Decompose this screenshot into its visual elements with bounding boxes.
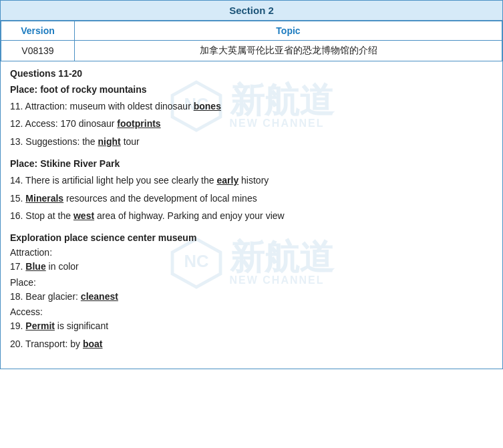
table-row: V08139 加拿大英属哥伦比亚省的恐龙博物馆的介绍	[1, 41, 502, 61]
col-version-header: Version	[1, 21, 75, 41]
item-19-highlight: Permit	[25, 320, 55, 331]
item-20: 20. Transport: by boat	[10, 337, 493, 351]
place-3-header: Exploration place science center museum	[10, 232, 493, 243]
place-block-3: Exploration place science center museum …	[10, 232, 493, 351]
item-13: 13. Suggestions: the night tour	[10, 134, 493, 149]
info-table: Version Topic V08139 加拿大英属哥伦比亚省的恐龙博物馆的介绍	[1, 21, 502, 61]
content-area: Questions 11-20 Place: foot of rocky mou…	[1, 61, 502, 369]
questions-header: Questions 11-20	[10, 68, 493, 79]
item-15-highlight: Minerals	[25, 193, 63, 204]
item-16: 16. Stop at the west area of highway. Pa…	[10, 208, 493, 223]
item-19: 19. Permit is significant	[10, 318, 493, 333]
place-block-1: Place: foot of rocky mountains 11. Attra…	[10, 84, 493, 149]
version-cell: V08139	[1, 41, 75, 61]
col-topic-header: Topic	[75, 21, 502, 41]
item-17: 17. Blue in color	[10, 259, 493, 274]
place-1-header: Place: foot of rocky mountains	[10, 84, 493, 95]
sub-place-label: Place:	[10, 277, 493, 288]
place-block-2: Place: Stikine River Park 14. There is a…	[10, 158, 493, 223]
item-14-highlight: early	[216, 175, 238, 186]
item-16-highlight: west	[73, 210, 94, 221]
topic-cell: 加拿大英属哥伦比亚省的恐龙博物馆的介绍	[75, 41, 502, 61]
section-title: Section 2	[229, 5, 274, 16]
item-20-highlight: boat	[83, 339, 103, 349]
sub-access-label: Access:	[10, 306, 493, 317]
section-header: Section 2	[1, 1, 502, 21]
item-14: 14. There is artificial light help you s…	[10, 173, 493, 188]
item-12-highlight: footprints	[117, 118, 160, 129]
item-11-highlight: bones	[194, 101, 221, 111]
item-15: 15. Minerals resources and the developme…	[10, 191, 493, 206]
sub-attraction-label: Attraction:	[10, 247, 493, 258]
item-11: 11. Attraction: museum with oldest dinos…	[10, 99, 493, 114]
item-13-highlight: night	[98, 136, 121, 147]
place-2-header: Place: Stikine River Park	[10, 158, 493, 169]
item-18-highlight: cleanest	[81, 291, 118, 302]
main-container: NC 新航道 NEW CHANNEL NC 新航道 NEW CHANNEL Se…	[0, 0, 503, 369]
item-12: 12. Access: 170 dinosaur footprints	[10, 116, 493, 131]
item-17-highlight: Blue	[25, 261, 45, 272]
item-18: 18. Bear glacier: cleanest	[10, 289, 493, 304]
